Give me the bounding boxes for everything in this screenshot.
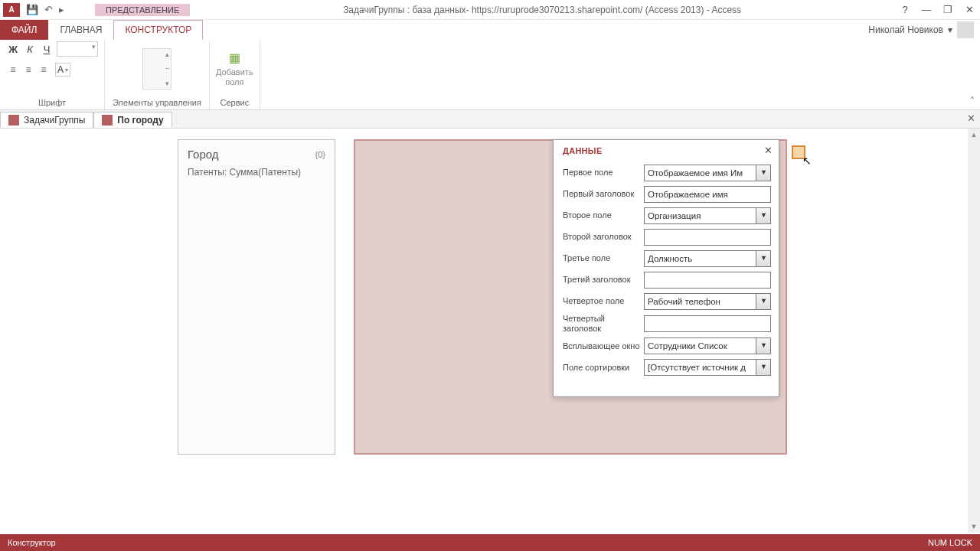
app-icon: A xyxy=(3,3,20,17)
align-left-icon[interactable]: ≡ xyxy=(6,63,20,77)
header2-input[interactable] xyxy=(644,229,771,246)
font-color-button[interactable]: A▾ xyxy=(55,63,70,77)
popup-select[interactable]: Сотрудники Список xyxy=(644,337,771,354)
header4-input[interactable] xyxy=(644,315,771,332)
undo-icon[interactable]: ↶ xyxy=(44,4,53,15)
close-icon[interactable]: ✕ xyxy=(959,2,980,18)
object-tab-tasks[interactable]: ЗадачиГруппы xyxy=(0,112,93,128)
tab-home[interactable]: ГЛАВНАЯ xyxy=(48,20,113,40)
underline-button[interactable]: Ч xyxy=(40,42,54,56)
status-numlock: NUM LOCK xyxy=(928,538,972,547)
align-center-icon[interactable]: ≡ xyxy=(21,63,35,77)
field2-value: Организация xyxy=(648,211,701,220)
ribbon-group-service-label: Сервис xyxy=(220,96,249,109)
minimize-icon[interactable]: — xyxy=(916,2,937,18)
user-name: Николай Новиков xyxy=(868,24,943,35)
controls-gallery[interactable]: ▴ – ▾ xyxy=(142,48,172,90)
header1-input[interactable]: Отображаемое имя xyxy=(644,186,771,203)
field3-select[interactable]: Должность xyxy=(644,250,771,267)
object-tab-bar: ЗадачиГруппы По городу ✕ xyxy=(0,110,980,129)
popup-label: Всплывающее окно xyxy=(563,341,644,351)
group-header-box[interactable]: Город {0} Патенты: Сумма(Патенты) xyxy=(178,139,335,455)
form-icon xyxy=(102,115,113,126)
add-fields-icon[interactable]: ▦ xyxy=(225,51,243,66)
object-tab-label: ЗадачиГруппы xyxy=(24,115,85,126)
align-right-icon[interactable]: ≡ xyxy=(37,63,51,77)
contextual-tab-label: ПРЕДСТАВЛЕНИЕ xyxy=(95,4,190,16)
status-mode: Конструктор xyxy=(8,538,56,547)
field4-label: Четвертое поле xyxy=(563,296,644,306)
group-header-title: Город xyxy=(188,148,219,161)
group-aggregate-text: Патенты: Сумма(Патенты) xyxy=(178,164,335,181)
field3-value: Должность xyxy=(648,254,692,263)
ribbon-group-controls: ▴ – ▾ Элементы управления xyxy=(105,40,210,109)
field2-select[interactable]: Организация xyxy=(644,207,771,224)
header2-label: Второй заголовок xyxy=(563,232,644,242)
header1-value: Отображаемое имя xyxy=(648,190,728,199)
quick-access-toolbar: 💾 ↶ ▸ xyxy=(23,4,67,15)
selection-handle[interactable] xyxy=(792,145,805,159)
field1-value: Отображаемое имя Им xyxy=(648,168,743,178)
field1-label: Первое поле xyxy=(563,168,644,178)
header3-label: Третий заголовок xyxy=(563,275,644,285)
ribbon-group-font-label: Шрифт xyxy=(38,96,66,109)
tab-file[interactable]: ФАЙЛ xyxy=(0,20,48,40)
user-account[interactable]: Николай Новиков ▾ xyxy=(868,20,980,40)
ribbon-group-service: ▦ Добавить поля Сервис xyxy=(210,40,260,109)
header4-label: Четвертый заголовок xyxy=(563,314,644,334)
data-dialog: ДАННЫЕ ✕ Первое полеОтображаемое имя Им … xyxy=(553,139,779,397)
add-fields-button[interactable]: Добавить поля xyxy=(216,67,253,87)
group-header-count: {0} xyxy=(315,150,325,159)
scroll-down-icon[interactable]: ▼ xyxy=(968,520,980,533)
font-size-combo[interactable] xyxy=(57,41,98,57)
ribbon: Ж К Ч ≡ ≡ ≡ A▾ Шрифт ▴ – ▾ xyxy=(0,40,980,110)
tab-design[interactable]: КОНСТРУКТОР xyxy=(113,20,203,40)
dialog-close-icon[interactable]: ✕ xyxy=(764,145,773,156)
save-icon[interactable]: 💾 xyxy=(26,4,38,15)
font-color-label: A xyxy=(57,64,64,75)
gallery-down-icon[interactable]: ▾ xyxy=(165,80,169,87)
bold-button[interactable]: Ж xyxy=(6,42,20,56)
window-title: ЗадачиГруппы : база данных- https://ruru… xyxy=(190,5,894,15)
object-tab-bycity[interactable]: По городу xyxy=(93,112,172,128)
ribbon-group-controls-label: Элементы управления xyxy=(113,96,201,109)
avatar[interactable] xyxy=(957,21,974,38)
popup-value: Сотрудники Список xyxy=(648,341,727,350)
title-bar: A 💾 ↶ ▸ ПРЕДСТАВЛЕНИЕ ЗадачиГруппы : баз… xyxy=(0,0,980,20)
dialog-title: ДАННЫЕ xyxy=(563,146,603,155)
field4-select[interactable]: Рабочий телефон xyxy=(644,293,771,310)
sortfield-select[interactable]: [Отсутствует источник д xyxy=(644,359,771,376)
italic-button[interactable]: К xyxy=(23,42,37,56)
gallery-up-icon[interactable]: ▴ xyxy=(165,51,169,58)
qat-more-icon[interactable]: ▸ xyxy=(59,4,64,15)
menu-bar: ФАЙЛ ГЛАВНАЯ КОНСТРУКТОР Николай Новиков… xyxy=(0,20,980,40)
field4-value: Рабочий телефон xyxy=(648,297,720,306)
header1-label: Первый заголовок xyxy=(563,189,644,199)
gallery-mid-icon[interactable]: – xyxy=(165,64,169,72)
help-icon[interactable]: ? xyxy=(894,2,916,18)
status-bar: Конструктор NUM LOCK xyxy=(0,534,980,551)
field2-label: Второе поле xyxy=(563,210,644,220)
ribbon-group-font: Ж К Ч ≡ ≡ ≡ A▾ Шрифт xyxy=(0,40,105,109)
restore-icon[interactable]: ❐ xyxy=(937,2,959,18)
ribbon-collapse-icon[interactable]: ˄ xyxy=(965,40,980,109)
scroll-up-icon[interactable]: ▲ xyxy=(968,129,980,141)
user-dropdown-icon[interactable]: ▾ xyxy=(948,24,952,35)
sortfield-value: [Отсутствует источник д xyxy=(648,363,746,372)
form-icon xyxy=(8,115,19,126)
header3-input[interactable] xyxy=(644,272,771,289)
field3-label: Третье поле xyxy=(563,253,644,263)
object-tab-close-icon[interactable]: ✕ xyxy=(967,112,975,124)
field1-select[interactable]: Отображаемое имя Им xyxy=(644,165,771,181)
sortfield-label: Поле сортировки xyxy=(563,363,644,373)
object-tab-label: По городу xyxy=(117,115,163,126)
vertical-scrollbar[interactable]: ▲ ▼ xyxy=(968,129,980,533)
design-surface[interactable]: Город {0} Патенты: Сумма(Патенты) ↖ xyxy=(0,129,980,533)
